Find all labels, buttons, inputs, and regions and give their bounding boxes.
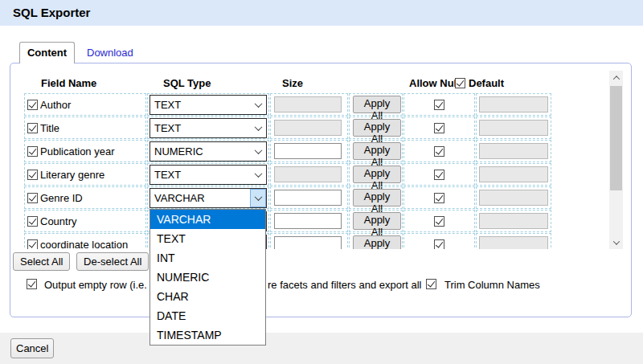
dropdown-option[interactable]: INT xyxy=(150,248,265,268)
field-name-label: Title xyxy=(40,122,59,134)
allow-null-checkbox[interactable] xyxy=(434,123,444,133)
dialog-title: SQL Exporter xyxy=(0,0,643,26)
field-row: Author TEXT Apply All xyxy=(24,93,553,116)
size-input[interactable] xyxy=(274,143,342,159)
apply-all-button[interactable]: Apply All xyxy=(353,96,401,113)
sql-type-select[interactable]: TEXT xyxy=(149,118,267,138)
field-checkbox[interactable] xyxy=(27,239,38,250)
sql-type-dropdown-list: VARCHARTEXTINTNUMERICCHARDATETIMESTAMP xyxy=(149,209,266,346)
allow-null-checkbox[interactable] xyxy=(434,239,444,250)
field-checkbox[interactable] xyxy=(27,123,38,133)
allow-null-checkbox[interactable] xyxy=(434,216,444,227)
size-input[interactable] xyxy=(274,120,342,136)
field-checkbox[interactable] xyxy=(27,146,38,157)
header-default: Default xyxy=(469,77,504,89)
field-name-label: Country xyxy=(40,215,77,227)
sql-type-select[interactable]: NUMERIC xyxy=(149,141,267,162)
dropdown-option[interactable]: TEXT xyxy=(150,229,265,248)
select-chevron-down-icon xyxy=(250,189,266,207)
field-name-cell: Author xyxy=(24,93,146,116)
allow-null-checkbox[interactable] xyxy=(434,193,444,203)
default-input xyxy=(479,190,548,206)
apply-all-button[interactable]: Apply All xyxy=(353,166,401,183)
size-cell xyxy=(270,163,348,186)
field-checkbox[interactable] xyxy=(27,216,38,227)
field-name-cell: coordinate location xyxy=(24,233,146,249)
dropdown-option[interactable]: TIMESTAMP xyxy=(150,325,265,345)
scroll-down-button[interactable] xyxy=(609,235,623,249)
size-input[interactable] xyxy=(274,96,342,112)
header-size: Size xyxy=(282,77,303,89)
header-allow-null: Allow Null xyxy=(409,77,460,89)
default-cell xyxy=(476,163,551,186)
scrollbar-thumb[interactable] xyxy=(610,86,622,190)
tab-download[interactable]: Download xyxy=(87,47,133,59)
size-cell xyxy=(270,117,348,139)
tab-content[interactable]: Content xyxy=(19,42,75,63)
apply-all-button[interactable]: Apply All xyxy=(353,235,401,249)
size-cell xyxy=(270,140,348,162)
select-chevron-down-icon xyxy=(250,119,266,137)
sql-type-select[interactable]: TEXT xyxy=(149,95,267,115)
apply-all-cell: Apply All xyxy=(349,186,403,209)
apply-all-button[interactable]: Apply All xyxy=(353,119,401,137)
chevron-up-icon xyxy=(612,76,619,82)
sql-type-cell: VARCHAR xyxy=(147,186,269,209)
field-checkbox[interactable] xyxy=(27,170,38,180)
sql-type-cell: TEXT xyxy=(147,117,269,139)
fields-scroll-area: Field Name SQL Type Size Allow Null Defa… xyxy=(11,71,608,249)
allow-null-checkbox[interactable] xyxy=(434,146,444,157)
field-name-cell: Genre ID xyxy=(24,186,146,209)
apply-all-button[interactable]: Apply All xyxy=(353,142,401,160)
vertical-scrollbar[interactable] xyxy=(609,71,623,249)
dropdown-option[interactable]: CHAR xyxy=(150,287,265,306)
sql-type-selected-value: TEXT xyxy=(154,99,181,111)
footer-bar: Cancel xyxy=(0,333,643,364)
header-sql-type: SQL Type xyxy=(163,77,211,89)
field-checkbox[interactable] xyxy=(27,193,38,203)
size-cell xyxy=(270,210,348,232)
allow-null-checkbox[interactable] xyxy=(434,170,444,180)
selection-buttons: Select All De-select All xyxy=(13,252,152,271)
apply-all-cell: Apply All xyxy=(349,117,403,139)
scroll-up-button[interactable] xyxy=(609,71,623,84)
size-cell xyxy=(270,233,348,249)
output-empty-row-label-start: Output empty row (i.e. xyxy=(44,279,147,291)
apply-all-cell: Apply All xyxy=(349,140,403,162)
trim-column-names-checkbox[interactable] xyxy=(426,279,436,289)
apply-all-cell: Apply All xyxy=(349,210,403,232)
field-name-label: Publication year xyxy=(40,145,115,157)
size-input[interactable] xyxy=(274,236,342,249)
size-input[interactable] xyxy=(274,166,342,182)
deselect-all-button[interactable]: De-select All xyxy=(76,252,149,271)
content-panel: Field Name SQL Type Size Allow Null Defa… xyxy=(10,63,632,317)
apply-all-button[interactable]: Apply All xyxy=(353,189,401,207)
default-all-checkbox[interactable] xyxy=(455,78,465,88)
field-name-label: Literary genre xyxy=(40,169,104,181)
allow-null-checkbox[interactable] xyxy=(434,100,444,110)
size-input[interactable] xyxy=(274,213,342,229)
sql-type-select[interactable]: TEXT xyxy=(149,165,267,185)
apply-all-cell: Apply All xyxy=(349,163,403,186)
size-input[interactable] xyxy=(274,190,342,206)
sql-type-selected-value: TEXT xyxy=(154,122,181,134)
sql-type-selected-value: VARCHAR xyxy=(154,192,205,204)
default-input xyxy=(479,143,548,159)
sql-type-select[interactable]: VARCHAR xyxy=(149,188,267,208)
output-empty-row-checkbox[interactable] xyxy=(27,279,37,289)
allow-null-cell xyxy=(403,186,475,209)
sql-type-selected-value: TEXT xyxy=(154,169,181,181)
select-chevron-down-icon xyxy=(250,142,266,161)
field-name-label: Genre ID xyxy=(40,192,83,204)
cancel-button[interactable]: Cancel xyxy=(10,338,54,358)
field-row: Publication year NUMERIC Apply All xyxy=(24,140,553,162)
size-cell xyxy=(270,93,348,116)
dropdown-option[interactable]: NUMERIC xyxy=(150,268,265,287)
select-all-button[interactable]: Select All xyxy=(13,252,70,271)
trim-column-names-label: Trim Column Names xyxy=(444,279,540,291)
select-chevron-down-icon xyxy=(250,96,266,114)
field-checkbox[interactable] xyxy=(27,100,38,110)
dropdown-option[interactable]: DATE xyxy=(150,306,265,325)
dropdown-option[interactable]: VARCHAR xyxy=(150,210,265,229)
apply-all-button[interactable]: Apply All xyxy=(353,212,401,230)
